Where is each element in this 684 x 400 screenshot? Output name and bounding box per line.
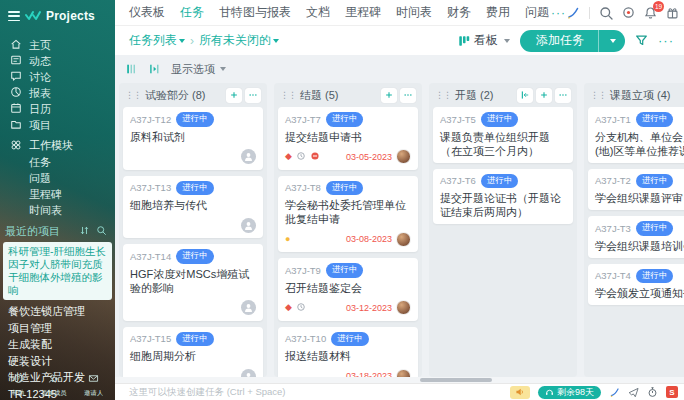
task-card[interactable]: A37J-T6进行中提交开题论证书（开题论证结束后两周内） xyxy=(433,169,573,225)
search-projects-icon[interactable] xyxy=(96,225,107,238)
sidebar-item-1[interactable]: 动态 xyxy=(0,53,115,69)
tab-0[interactable]: 仪表板 xyxy=(129,4,165,21)
add-card-button[interactable] xyxy=(226,88,242,103)
tab-2[interactable]: 甘特图与报表 xyxy=(219,4,291,21)
view-switcher[interactable]: 看板 xyxy=(458,32,510,49)
sidebar-item-3[interactable]: 报表 xyxy=(0,85,115,101)
sidebar-nav: 主页动态讨论报表日历项目 xyxy=(0,31,115,133)
tab-7[interactable]: 费用 xyxy=(486,4,510,21)
board-column-1: ⋮⋮结题 (5)A37J-T7进行中提交结题申请书◆03-05-2023A37J… xyxy=(274,83,422,377)
paper-plane-icon[interactable] xyxy=(628,387,639,398)
column-more-button[interactable] xyxy=(245,88,261,103)
add-card-button[interactable] xyxy=(536,88,552,103)
sidebar-item-5[interactable]: 项目 xyxy=(0,117,115,133)
project-item[interactable]: 餐饮连锁店管理 xyxy=(0,303,115,320)
due-date: 03-12-2023 xyxy=(346,303,392,313)
column-more-button[interactable] xyxy=(400,88,416,103)
card-meta-row xyxy=(130,368,256,377)
filter-selector[interactable]: 所有未关闭的 xyxy=(199,32,279,49)
trial-days-button[interactable]: 剩余98天 xyxy=(538,386,601,399)
project-item-selected[interactable]: 科研管理-肝细胞生长因子对人脐带间充质干细胞体外增殖的影响 xyxy=(3,242,112,300)
task-card[interactable]: A37J-T14进行中HGF浓度对MSCs增殖试验的影响 xyxy=(123,244,263,321)
task-card[interactable]: A37J-T9进行中召开结题鉴定会◆03-12-2023 xyxy=(278,258,418,321)
sidebar-subitem-1[interactable]: 问题 xyxy=(0,170,115,186)
assignee-avatar[interactable] xyxy=(241,149,256,164)
collapse-left-icon[interactable] xyxy=(125,63,138,75)
add-card-button[interactable] xyxy=(381,88,397,103)
tab-3[interactable]: 文档 xyxy=(306,4,330,21)
add-task-dropdown[interactable] xyxy=(598,30,625,52)
task-card[interactable]: A37J-T5进行中课题负责单位组织开题（在立项三个月内） xyxy=(433,107,573,163)
project-item[interactable]: 硬装设计 xyxy=(0,353,115,370)
task-card[interactable]: A37J-T12进行中原料和试剂 xyxy=(123,107,263,170)
card-meta-row: ●03-08-2023 xyxy=(285,231,411,247)
column-more-button[interactable] xyxy=(555,88,571,103)
card-header-row: A37J-T6进行中 xyxy=(440,174,566,189)
project-item[interactable]: 项目管理 xyxy=(0,320,115,337)
drag-handle-icon[interactable]: ⋮⋮ xyxy=(125,90,141,100)
add-task-button[interactable]: 添加任务 xyxy=(520,30,625,52)
invite-button[interactable]: 邀请人 xyxy=(83,370,104,398)
tab-8[interactable]: 问题 xyxy=(525,4,549,21)
project-item[interactable]: 生成装配 xyxy=(0,336,115,353)
card-meta-row: ◆03-05-2023 xyxy=(285,149,411,165)
task-card[interactable]: A37J-T8进行中学会秘书处委托管理单位批复结申请●03-08-2023 xyxy=(278,176,418,253)
tab-5[interactable]: 时间表 xyxy=(396,4,432,21)
assignee-avatar[interactable] xyxy=(396,149,411,164)
task-card[interactable]: A37J-T13进行中细胞培养与传代 xyxy=(123,176,263,239)
assignee-avatar[interactable] xyxy=(241,300,256,315)
task-card[interactable]: A37J-T10进行中报送结题材料03-18-2023 xyxy=(278,327,418,378)
sidebar-subitem-0[interactable]: 任务 xyxy=(0,154,115,170)
help-button[interactable]: ?帮助 xyxy=(11,370,25,398)
sidebar-item-4[interactable]: 日历 xyxy=(0,101,115,117)
card-header-row: A37J-T5进行中 xyxy=(440,112,566,127)
tab-6[interactable]: 财务 xyxy=(447,4,471,21)
gift-icon[interactable] xyxy=(666,6,679,20)
assignee-avatar[interactable] xyxy=(241,369,256,378)
bottom-item-label: 帮助 xyxy=(12,389,25,398)
drag-handle-icon[interactable]: ⋮⋮ xyxy=(435,90,451,100)
task-card[interactable]: A37J-T2进行中学会组织课题评审 xyxy=(588,169,684,211)
pen-small-icon[interactable] xyxy=(609,387,620,398)
drag-handle-icon[interactable]: ⋮⋮ xyxy=(280,90,296,100)
task-card[interactable]: A37J-T1进行中分支机构、单位会员、省(地)区等单位推荐课题 xyxy=(588,107,684,163)
task-card[interactable]: A37J-T7进行中提交结题申请书◆03-05-2023 xyxy=(278,107,418,170)
service-logo-icon[interactable]: S xyxy=(666,386,678,398)
sidebar-subitem-2[interactable]: 里程碑 xyxy=(0,186,115,202)
chat-icon xyxy=(10,70,22,84)
sidebar-work-section[interactable]: 工作模块 xyxy=(0,137,115,154)
recent-projects-header: 最近的项目 xyxy=(0,222,115,240)
sidebar-item-2[interactable]: 讨论 xyxy=(0,69,115,85)
assignee-avatar[interactable] xyxy=(241,218,256,233)
tab-1[interactable]: 任务 xyxy=(180,4,204,21)
display-options-button[interactable]: 显示选项 xyxy=(171,62,226,77)
search-icon[interactable] xyxy=(599,6,613,20)
menu-icon[interactable] xyxy=(8,11,20,21)
collapse-right-icon[interactable] xyxy=(148,63,161,75)
task-card[interactable]: A37J-T4进行中学会颁发立项通知书 xyxy=(588,264,684,306)
announcement-button[interactable] xyxy=(510,386,530,399)
assignee-avatar[interactable] xyxy=(396,232,411,247)
toolbar-more-button[interactable]: ··· xyxy=(658,33,674,48)
task-card[interactable]: A37J-T3进行中学会组织课题培训会 xyxy=(588,216,684,258)
target-icon[interactable] xyxy=(622,6,635,19)
quick-create-input[interactable]: 这里可以快速创建任务 (Ctrl + Space) xyxy=(129,386,502,399)
sort-icon[interactable] xyxy=(79,225,90,238)
drag-handle-icon[interactable]: ⋮⋮ xyxy=(590,90,606,100)
sidebar-subitem-3[interactable]: 时间表 xyxy=(0,202,115,218)
card-header-row: A37J-T15进行中 xyxy=(130,332,256,347)
scrollbar-thumb[interactable] xyxy=(420,378,492,382)
task-card[interactable]: A37J-T15进行中细胞周期分析 xyxy=(123,327,263,378)
assignee-avatar[interactable] xyxy=(396,300,411,315)
bell-icon[interactable]: 19 xyxy=(644,6,657,20)
tabs-more-button[interactable]: ··· xyxy=(551,6,566,20)
assignee-avatar[interactable] xyxy=(396,369,411,378)
pen-icon[interactable] xyxy=(566,6,580,20)
collapse-column-button[interactable] xyxy=(517,88,533,103)
tab-4[interactable]: 里程碑 xyxy=(345,4,381,21)
stopwatch-icon[interactable] xyxy=(647,386,658,398)
sidebar-item-0[interactable]: 主页 xyxy=(0,37,115,53)
task-list-selector[interactable]: 任务列表 xyxy=(129,32,185,49)
filter-icon[interactable] xyxy=(635,34,648,47)
user-plus-button[interactable]: 添加成员 xyxy=(40,370,68,398)
